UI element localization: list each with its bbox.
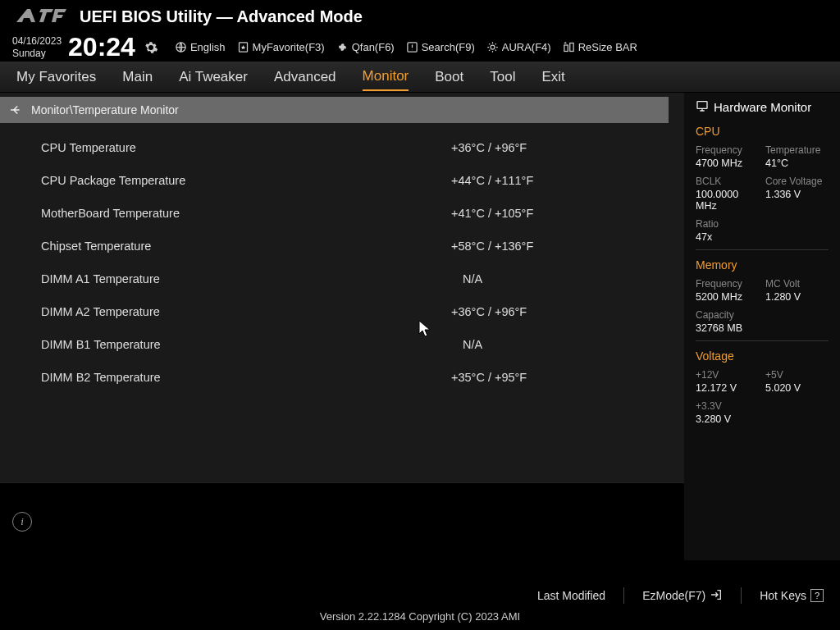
temp-row[interactable]: CPU Temperature+36°C / +96°F	[0, 131, 684, 164]
day-text: Sunday	[12, 48, 62, 59]
hotkeys-button[interactable]: Hot Keys ?	[760, 589, 824, 602]
temp-row[interactable]: DIMM A1 TemperatureN/A	[0, 262, 684, 295]
last-modified-button[interactable]: Last Modified	[537, 589, 605, 602]
sidebar-title: Hardware Monitor	[696, 99, 829, 115]
temp-row[interactable]: DIMM B2 Temperature+35°C / +95°F	[0, 361, 684, 394]
search-icon	[406, 41, 418, 53]
tab-main[interactable]: Main	[122, 64, 153, 90]
temp-row[interactable]: DIMM B1 TemperatureN/A	[0, 328, 684, 361]
gear-icon[interactable]	[144, 40, 158, 55]
tool-qfan[interactable]: Qfan(F6)	[336, 41, 395, 53]
temp-row[interactable]: MotherBoard Temperature+41°C / +105°F	[0, 197, 684, 230]
tab-myfavorites[interactable]: My Favorites	[16, 64, 96, 90]
content-pane: Monitor\Temperature Monitor CPU Temperat…	[0, 93, 684, 560]
aura-icon	[486, 41, 499, 53]
sb-cpu-heading: CPU	[696, 125, 829, 138]
sb-memory-heading: Memory	[696, 258, 829, 272]
temperature-list: CPU Temperature+36°C / +96°F CPU Package…	[0, 123, 684, 402]
globe-icon	[175, 41, 187, 53]
main-tabs: My Favorites Main Ai Tweaker Advanced Mo…	[0, 62, 840, 93]
star-doc-icon	[237, 41, 249, 53]
breadcrumb-text: Monitor\Temperature Monitor	[31, 103, 179, 116]
ezmode-button[interactable]: EzMode(F7)	[642, 588, 723, 604]
tab-tool[interactable]: Tool	[490, 64, 515, 90]
tool-resizebar[interactable]: ReSize BAR	[563, 41, 637, 53]
divider	[741, 587, 742, 604]
sb-voltage-heading: Voltage	[696, 349, 829, 363]
temp-row[interactable]: Chipset Temperature+58°C / +136°F	[0, 230, 684, 262]
temp-row[interactable]: DIMM A2 Temperature+36°C / +96°F	[0, 295, 684, 328]
divider	[623, 587, 624, 604]
question-icon: ?	[810, 589, 824, 602]
tool-aura[interactable]: AURA(F4)	[486, 41, 551, 53]
tool-myfavorite[interactable]: MyFavorite(F3)	[237, 41, 325, 53]
monitor-icon	[696, 99, 709, 115]
exit-icon	[710, 588, 723, 604]
version-text: Version 2.22.1284 Copyright (C) 2023 AMI	[0, 610, 840, 628]
back-arrow-icon[interactable]	[8, 103, 23, 117]
tab-aitweaker[interactable]: Ai Tweaker	[179, 64, 248, 90]
tool-search[interactable]: Search(F9)	[406, 41, 475, 53]
divider	[696, 340, 829, 341]
footer: Last Modified EzMode(F7) Hot Keys ? Vers…	[0, 581, 840, 630]
temp-row[interactable]: CPU Package Temperature+44°C / +111°F	[0, 164, 684, 197]
fan-icon	[336, 41, 349, 53]
breadcrumb: Monitor\Temperature Monitor	[0, 97, 669, 123]
svg-rect-6	[697, 102, 707, 109]
resize-icon	[563, 41, 575, 53]
divider	[696, 249, 829, 250]
tool-language[interactable]: English	[175, 41, 226, 53]
tab-exit[interactable]: Exit	[541, 64, 564, 90]
svg-rect-5	[569, 43, 573, 52]
header-toolbar: English MyFavorite(F3) Qfan(F6) Search(F…	[175, 41, 637, 53]
svg-point-3	[491, 45, 495, 49]
info-bar: i	[0, 482, 684, 560]
datetime-block: 04/16/2023 Sunday 20:24	[12, 32, 158, 62]
hardware-monitor-sidebar: Hardware Monitor CPU Frequency4700 MHz T…	[684, 93, 840, 560]
header: UEFI BIOS Utility — Advanced Mode 04/16/…	[0, 0, 840, 62]
tab-monitor[interactable]: Monitor	[363, 63, 409, 91]
tab-boot[interactable]: Boot	[435, 64, 463, 90]
date-text: 04/16/2023	[12, 35, 62, 47]
clock-text: 20:24	[68, 32, 135, 62]
svg-rect-4	[564, 45, 568, 52]
tab-advanced[interactable]: Advanced	[274, 64, 336, 90]
brand-logo	[12, 4, 70, 29]
app-title: UEFI BIOS Utility — Advanced Mode	[80, 7, 363, 26]
info-icon[interactable]: i	[12, 512, 32, 532]
